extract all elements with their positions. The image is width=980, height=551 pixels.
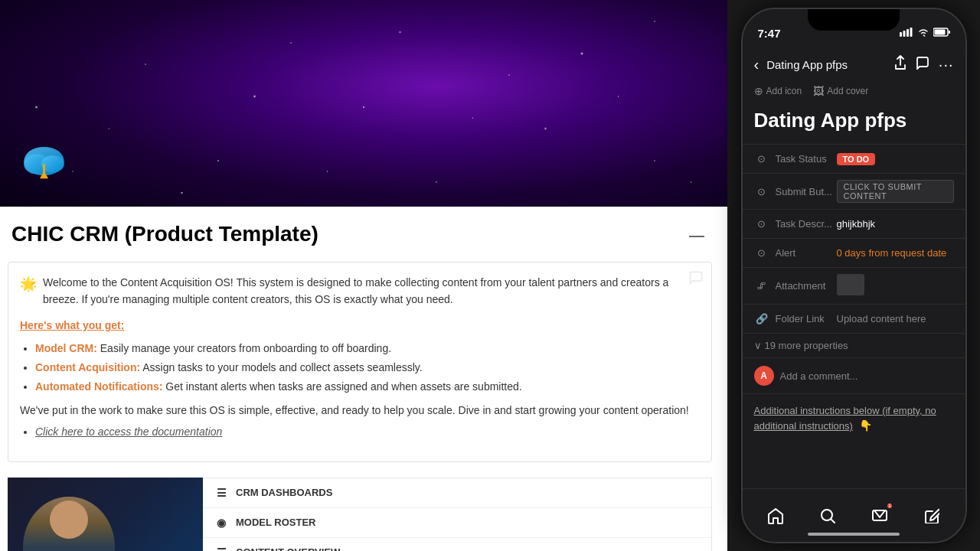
- signal-icon: [900, 28, 913, 39]
- property-alert[interactable]: ⊙ Alert 0 days from request date: [743, 238, 965, 267]
- phone-notch: [808, 9, 900, 31]
- folder-link-label: Folder Link: [776, 313, 837, 324]
- more-props-label: 19 more properties: [765, 340, 848, 351]
- phone-content: ‹ Dating App pfps ···: [743, 47, 965, 488]
- instructions-section: Additional instructions below (if empty,…: [743, 393, 965, 442]
- add-icon-label: Add icon: [766, 86, 802, 96]
- nav-label-content: CONTENT OVERVIEW: [236, 546, 340, 551]
- todo-badge: TO DO: [837, 153, 876, 165]
- attachment-value: [837, 274, 954, 298]
- battery-icon: [933, 28, 950, 39]
- doc-list: Click here to access the documentation: [20, 422, 700, 442]
- submit-badge[interactable]: CLICK TO SUBMIT CONTENT: [837, 180, 954, 203]
- svg-rect-7: [906, 29, 909, 37]
- video-thumbnail[interactable]: [8, 478, 203, 551]
- hero-background: [0, 0, 727, 214]
- phone-frame: 7:47: [741, 8, 967, 543]
- feature-title-3: Automated Notifications:: [35, 380, 162, 393]
- feature-item-3: Automated Notifications: Get instant ale…: [35, 377, 700, 396]
- nav-label-crm: CRM DASHBOARDS: [236, 487, 332, 498]
- svg-rect-6: [903, 31, 905, 37]
- nav-label-model: MODEL ROSTER: [236, 517, 316, 528]
- submit-button-label: Submit But...: [776, 186, 837, 197]
- add-cover-label: Add cover: [827, 86, 868, 96]
- task-desc-label: Task Descr...: [776, 218, 837, 230]
- task-status-label: Task Status: [776, 153, 837, 165]
- comment-avatar: A: [754, 366, 774, 386]
- bottom-text: We've put in the work to make sure this …: [20, 404, 700, 416]
- comment-section: A Add a comment...: [743, 357, 965, 393]
- alert-prop-icon: ⊙: [754, 246, 769, 261]
- status-time: 7:47: [758, 27, 781, 40]
- attachment-prop-icon: 🖇: [754, 279, 769, 294]
- chevron-down-icon: ∨: [754, 340, 762, 351]
- alert-value: 0 days from request date: [837, 247, 954, 259]
- feature-desc-2: Assign tasks to your models and collect …: [142, 361, 422, 373]
- stars-overlay: [0, 0, 727, 214]
- back-button[interactable]: ‹: [754, 56, 760, 73]
- doc-link-item[interactable]: Click here to access the documentation: [35, 422, 700, 442]
- hand-emoji: 👇: [859, 419, 872, 432]
- welcome-section: 🌟 Welcome to the Content Acquisition OS!…: [8, 262, 712, 462]
- feature-title-1: Model CRM:: [35, 342, 97, 354]
- alert-label: Alert: [776, 247, 837, 259]
- face: [50, 500, 88, 539]
- attachment-label: Attachment: [776, 280, 837, 292]
- edit-button[interactable]: [915, 499, 949, 533]
- search-button[interactable]: [811, 499, 844, 533]
- submit-prop-icon: ⊙: [754, 184, 769, 199]
- more-properties-toggle[interactable]: ∨ 19 more properties: [743, 333, 965, 357]
- property-folder-link[interactable]: 🔗 Folder Link Upload content here: [743, 304, 965, 333]
- feature-title-2: Content Acquisition:: [35, 361, 140, 373]
- phone-page-title: Dating App pfps: [743, 105, 965, 144]
- inbox-button[interactable]: 1: [863, 499, 897, 533]
- submit-button-value: CLICK TO SUBMIT CONTENT: [837, 180, 954, 203]
- desc-prop-icon: ⊙: [754, 217, 769, 232]
- property-task-status[interactable]: ⊙ Task Status TO DO: [743, 144, 965, 173]
- home-button[interactable]: [759, 499, 792, 533]
- grid-icon: ☰: [214, 486, 228, 500]
- content-area: CHIC CRM (Product Template) 🌟 Welcome to…: [0, 207, 727, 551]
- comment-input[interactable]: Add a comment...: [780, 370, 954, 382]
- property-submit-button[interactable]: ⊙ Submit But... CLICK TO SUBMIT CONTENT: [743, 173, 965, 209]
- person-silhouette: [23, 497, 115, 551]
- comment-button[interactable]: [916, 56, 929, 73]
- phone-nav-title: Dating App pfps: [766, 58, 887, 71]
- dot-icon: ◉: [214, 516, 228, 530]
- property-attachment[interactable]: 🖇 Attachment: [743, 267, 965, 304]
- nav-item-model-roster[interactable]: ◉ MODEL ROSTER: [203, 508, 711, 538]
- here-what-label: Here's what you get:: [20, 319, 700, 331]
- avatar-letter: A: [760, 370, 767, 381]
- divider: [689, 236, 704, 237]
- task-desc-value: ghijkbhjk: [837, 218, 954, 230]
- status-icons: [900, 28, 950, 39]
- task-status-value: TO DO: [837, 153, 954, 165]
- nav-item-content-overview[interactable]: ☰ CONTENT OVERVIEW: [203, 538, 711, 551]
- more-button[interactable]: ···: [939, 56, 954, 73]
- cloud-upload-icon: [15, 134, 73, 191]
- svg-rect-11: [949, 31, 950, 34]
- add-icon-button[interactable]: ⊕ Add icon: [754, 85, 802, 97]
- feature-desc-1: Easily manage your creators from onboard…: [100, 342, 391, 354]
- wifi-icon: [917, 28, 929, 39]
- phone-nav-bar: ‹ Dating App pfps ···: [743, 47, 965, 81]
- folder-prop-icon: 🔗: [754, 311, 769, 327]
- instructions-text: Additional instructions below (if empty,…: [754, 405, 936, 432]
- doc-link[interactable]: Click here to access the documentation: [35, 425, 222, 438]
- nav-actions: ···: [894, 55, 954, 73]
- property-task-description[interactable]: ⊙ Task Descr... ghijkbhjk: [743, 209, 965, 238]
- phone-add-bar: ⊕ Add icon 🖼 Add cover: [743, 81, 965, 105]
- share-button[interactable]: [894, 55, 906, 73]
- list-icon: ☰: [214, 546, 228, 551]
- add-cover-button[interactable]: 🖼 Add cover: [813, 85, 868, 97]
- chat-icon: [688, 270, 704, 285]
- feature-list: Model CRM: Easily manage your creators f…: [20, 339, 700, 397]
- feature-desc-3: Get instant alerts when tasks are assign…: [165, 380, 521, 393]
- welcome-text: Welcome to the Content Acquisition OS! T…: [43, 274, 700, 308]
- nav-item-crm-dashboards[interactable]: ☰ CRM DASHBOARDS: [203, 478, 711, 508]
- bottom-grid: ☰ CRM DASHBOARDS ◉ MODEL ROSTER ☰ CONTEN…: [8, 478, 712, 551]
- inbox-badge: 1: [886, 502, 893, 510]
- svg-rect-10: [934, 29, 945, 34]
- status-bar: 7:47: [743, 9, 965, 47]
- svg-rect-8: [910, 28, 912, 37]
